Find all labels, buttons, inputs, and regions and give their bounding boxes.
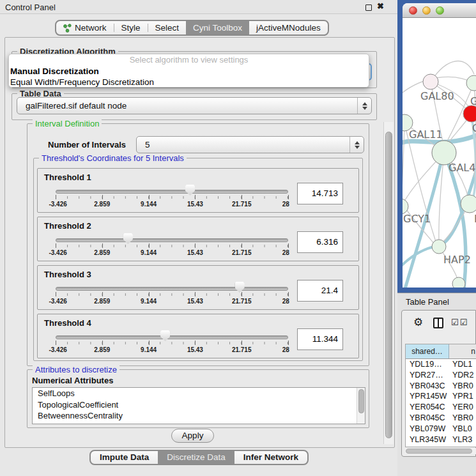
table-row[interactable]: YLR345WYLR3 [406, 434, 476, 445]
float-window-icon[interactable] [365, 4, 372, 11]
table-data-combobox[interactable]: galFiltered.sif default node [17, 97, 372, 114]
table-data-value: galFiltered.sif default node [17, 101, 357, 111]
network-view-window: GAL80 GA C GAL11 GAL4 GCY1 H HAP2 [397, 0, 476, 293]
threshold-1-row: Threshold 1 -3.426 2.859 9.144 15.43 21.… [37, 168, 359, 213]
popup-placeholder: Select algorithm to view settings [9, 54, 369, 66]
threshold-1-value-field[interactable]: 14.713 [297, 183, 343, 204]
tab-infer-network[interactable]: Infer Network [234, 451, 307, 464]
network-window-titlebar[interactable] [403, 3, 476, 18]
slider-track[interactable] [56, 335, 288, 339]
bottom-tabbar: Impute Data Discretize Data Infer Networ… [89, 450, 309, 465]
network-node[interactable] [461, 195, 476, 213]
top-tabbar: Network Style Select Cyni Toolbox jActiv… [55, 20, 329, 36]
threshold-4-value-field[interactable]: 11.344 [297, 328, 343, 350]
table-row[interactable]: YDR27…YDR2 [406, 370, 476, 381]
table-row[interactable]: YBR043CYBR0 [406, 381, 476, 392]
panel-vertical-scrollbar[interactable] [383, 122, 394, 444]
threshold-1-slider[interactable]: -3.426 2.859 9.144 15.43 21.715 28 [56, 184, 288, 211]
threshold-2-row: Threshold 2 -3.426 2.859 9.144 15.43 21.… [37, 217, 359, 261]
window-title: Control Panel [5, 3, 56, 12]
slider-track[interactable] [56, 238, 288, 242]
network-node[interactable] [432, 240, 446, 254]
network-graph: GAL80 GA C GAL11 GAL4 GCY1 H HAP2 [403, 18, 476, 288]
group-title: Threshold's Coordinates for 5 Intervals [39, 153, 187, 163]
threshold-4-row: Threshold 4 -3.426 2.859 9.144 15.43 21.… [37, 314, 359, 358]
table-row[interactable]: YPR145WYPR1 [406, 391, 476, 402]
table-row[interactable]: YDL19…YDL1 [406, 359, 476, 370]
threshold-2-value-field[interactable]: 6.316 [297, 231, 343, 253]
apply-button[interactable]: Apply [171, 429, 214, 443]
tab-discretize-data[interactable]: Discretize Data [158, 451, 234, 464]
list-scrollbar[interactable] [357, 388, 365, 424]
close-traffic-light[interactable] [409, 6, 417, 15]
minimize-traffic-light[interactable] [422, 6, 431, 15]
network-icon [63, 24, 72, 33]
tab-impute-data[interactable]: Impute Data [91, 451, 158, 464]
zoom-traffic-light[interactable] [436, 6, 444, 15]
node-table: shared… n YDL19…YDL1 YDR27…YDR2 YBR043CY… [405, 344, 476, 447]
list-item[interactable]: BetweennessCentrality [33, 410, 365, 422]
network-node[interactable] [423, 74, 438, 89]
screen: Control Panel ✖ Network Style Select Cyn… [0, 0, 476, 476]
node-label: C [472, 122, 476, 134]
node-label: GAL80 [420, 90, 454, 102]
checkboxes-icon[interactable]: ☑☑ [451, 318, 468, 327]
scrollbar-thumb[interactable] [406, 449, 472, 454]
algorithm-dropdown-popup: Select algorithm to view settings Manual… [8, 54, 369, 88]
node-label: GA [470, 95, 476, 107]
group-title: Attributes to discretize [33, 365, 119, 374]
gear-icon[interactable]: ⚙ [413, 316, 423, 329]
table-row[interactable]: YBR045CYBR0 [406, 413, 476, 424]
threshold-4-slider[interactable]: -3.426 2.859 9.144 15.43 21.715 28 [56, 330, 288, 357]
tab-network[interactable]: Network [56, 21, 114, 35]
number-of-intervals-label: Number of Intervals [48, 140, 126, 150]
close-icon[interactable]: ✖ [377, 1, 384, 11]
column-header-shared-name[interactable]: shared… [406, 344, 449, 358]
slider-thumb[interactable] [235, 282, 245, 293]
table-panel: Table Panel ⚙ ☑☑ shared… n YDL19…YDL1 YD… [397, 293, 476, 476]
table-panel-window: ⚙ ☑☑ shared… n YDL19…YDL1 YDR27…YDR2 YBR… [401, 310, 476, 457]
network-node[interactable] [452, 277, 465, 288]
tab-cyni-toolbox[interactable]: Cyni Toolbox [186, 21, 249, 35]
list-item[interactable]: TopologicalCoefficient [33, 399, 365, 411]
threshold-3-value-field[interactable]: 21.4 [297, 280, 343, 302]
scrollbar-thumb[interactable] [358, 389, 364, 413]
table-row[interactable]: YER054CYER0 [406, 402, 476, 413]
number-of-intervals-value: 5 [137, 140, 349, 150]
tab-style[interactable]: Style [114, 21, 148, 35]
network-canvas[interactable]: GAL80 GA C GAL11 GAL4 GCY1 H HAP2 [403, 18, 476, 288]
slider-thumb[interactable] [160, 330, 170, 341]
tab-select[interactable]: Select [148, 21, 187, 35]
columns-icon[interactable] [433, 318, 443, 328]
node-label: HAP2 [443, 254, 471, 266]
list-item[interactable]: SelfLoops [33, 388, 365, 399]
threshold-3-slider[interactable]: -3.426 2.859 9.144 15.43 21.715 28 [56, 281, 288, 308]
numerical-attributes-list: SelfLoops TopologicalCoefficient Between… [32, 387, 365, 424]
threshold-3-row: Threshold 3 -3.426 2.859 9.144 15.43 21.… [37, 265, 359, 310]
control-panel-window: Control Panel ✖ Network Style Select Cyn… [0, 0, 397, 476]
control-panel-titlebar: Control Panel ✖ [0, 0, 397, 14]
threshold-2-slider[interactable]: -3.426 2.859 9.144 15.43 21.715 28 [56, 233, 288, 259]
node-label: GAL11 [409, 128, 443, 141]
popup-option-manual-discretization[interactable]: Manual Discretization [9, 66, 369, 77]
table-header-row: shared… n [406, 344, 476, 359]
group-title: Interval Definition [33, 119, 102, 128]
table-row[interactable]: YIL052CYIL0 [406, 445, 476, 447]
stepper-arrows-icon[interactable] [357, 98, 371, 114]
numerical-attributes-label: Numerical Attributes [32, 376, 113, 385]
stepper-arrows-icon[interactable] [349, 137, 364, 153]
slider-thumb[interactable] [185, 185, 195, 196]
number-of-intervals-combobox[interactable]: 5 [136, 136, 364, 153]
table-panel-title: Table Panel [406, 297, 449, 307]
network-node[interactable] [466, 75, 476, 91]
slider-track[interactable] [56, 190, 288, 194]
tab-jactivemnodules[interactable]: jActiveMNodules [249, 21, 328, 35]
column-header-name[interactable]: n [449, 344, 476, 358]
table-horizontal-scrollbar[interactable] [405, 448, 476, 454]
scrollbar-thumb[interactable] [385, 132, 392, 438]
node-label: GCY1 [403, 213, 431, 225]
popup-option-equal-width[interactable]: Equal Width/Frequency Discretization [9, 77, 369, 88]
slider-track[interactable] [56, 287, 288, 291]
table-row[interactable]: YBL079WYBL0 [406, 424, 476, 434]
slider-thumb[interactable] [123, 233, 133, 244]
